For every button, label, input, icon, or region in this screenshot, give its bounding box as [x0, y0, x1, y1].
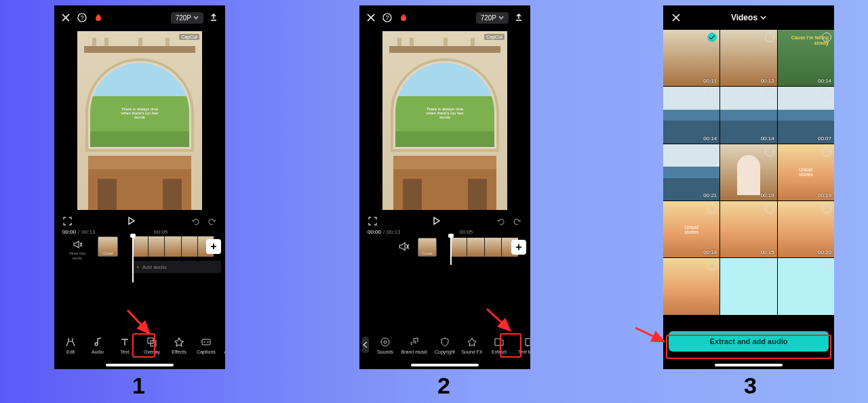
- help-icon[interactable]: ?: [381, 12, 393, 24]
- video-thumbnail[interactable]: [720, 258, 776, 314]
- svg-point-8: [381, 338, 389, 346]
- preview-caption: There is always timewhen there's too few…: [106, 107, 174, 119]
- transport-bar: [54, 213, 225, 229]
- home-indicator: [106, 364, 174, 366]
- resolution-label: 720P: [176, 14, 191, 22]
- flame-icon[interactable]: [92, 12, 104, 24]
- video-thumbnail[interactable]: 00:11: [663, 30, 719, 86]
- fullscreen-icon[interactable]: [366, 215, 378, 227]
- tool-extract[interactable]: Extract: [486, 336, 513, 354]
- step-label-3: 3: [744, 373, 757, 399]
- screen-2: ? 720P There is always timewhen there's …: [359, 5, 530, 369]
- video-thumbnail[interactable]: 00:13: [720, 30, 776, 86]
- tool-text-to-audio[interactable]: Text to aud: [513, 336, 530, 354]
- svg-rect-10: [526, 339, 530, 345]
- duration-label: 00:21: [703, 192, 717, 198]
- redo-icon[interactable]: [206, 215, 218, 227]
- flame-icon[interactable]: [397, 12, 410, 24]
- select-indicator-icon[interactable]: [822, 204, 831, 213]
- picker-header: Videos: [663, 5, 834, 30]
- export-icon[interactable]: [513, 12, 525, 24]
- back-button[interactable]: [362, 337, 369, 353]
- close-icon[interactable]: [670, 12, 682, 24]
- video-thumbnail[interactable]: Cause I'm falling slowly00:14: [778, 30, 834, 86]
- duration-label: 00:13: [761, 78, 774, 84]
- video-thumbnail[interactable]: 00:21: [663, 144, 719, 200]
- tool-captions[interactable]: Captions: [193, 336, 220, 354]
- select-indicator-icon[interactable]: [765, 261, 774, 270]
- home-indicator: [411, 364, 479, 366]
- add-clip-button[interactable]: +: [206, 239, 221, 254]
- mute-clip-audio-button[interactable]: [397, 240, 410, 253]
- cover-thumb[interactable]: Cover: [98, 236, 118, 257]
- resolution-selector[interactable]: 720P: [476, 12, 509, 24]
- tool-text[interactable]: Text: [111, 336, 138, 354]
- video-thumbnail[interactable]: 00:14: [663, 87, 719, 143]
- cover-thumb[interactable]: Cover: [418, 238, 437, 257]
- tool-sounds[interactable]: Sounds: [373, 336, 397, 354]
- select-indicator-icon[interactable]: [765, 147, 774, 156]
- tool-effects[interactable]: Effects: [165, 336, 193, 354]
- close-icon[interactable]: [365, 12, 377, 24]
- video-preview: There is always timewhen there's too few…: [77, 31, 202, 210]
- current-time: 00:00: [62, 229, 76, 235]
- home-indicator: [715, 364, 783, 366]
- video-thumbnail[interactable]: [663, 258, 719, 314]
- time-readout: 00:00 / 00:13 00:05: [54, 229, 225, 235]
- select-indicator-icon[interactable]: [822, 147, 831, 156]
- tool-copyright[interactable]: Copyright: [431, 336, 458, 354]
- play-icon[interactable]: [430, 215, 442, 227]
- tool-sound-fx[interactable]: Sound FX: [458, 336, 486, 354]
- play-icon[interactable]: [125, 215, 137, 227]
- close-icon[interactable]: [60, 12, 72, 24]
- duration-label: 00:07: [818, 135, 831, 142]
- resolution-selector[interactable]: 720P: [171, 12, 203, 24]
- tool-overlay[interactable]: Overlay: [138, 336, 165, 354]
- video-thumbnail[interactable]: 00:14: [720, 87, 776, 143]
- help-icon[interactable]: ?: [76, 12, 88, 24]
- video-thumbnail[interactable]: 00:19: [720, 144, 776, 200]
- screen-1: ? 720P There is always timewhen there's …: [54, 5, 225, 369]
- video-thumbnail[interactable]: 00:15: [720, 201, 776, 257]
- extract-add-audio-button[interactable]: Extract and add audio: [669, 331, 829, 352]
- select-indicator-icon[interactable]: [765, 204, 774, 213]
- playhead[interactable]: [450, 235, 452, 265]
- video-gallery[interactable]: 00:1100:13Cause I'm falling slowly00:140…: [663, 30, 834, 315]
- playhead[interactable]: [132, 235, 134, 282]
- editor-topbar: ? 720P: [359, 5, 530, 30]
- total-time: 00:13: [81, 229, 95, 235]
- add-audio-track[interactable]: +Add audio: [132, 261, 221, 273]
- select-indicator-icon[interactable]: [822, 33, 831, 42]
- video-clip[interactable]: [132, 236, 214, 257]
- video-thumbnail[interactable]: Untold stories00:14: [663, 201, 719, 257]
- add-clip-button[interactable]: +: [511, 240, 526, 255]
- main-toolbar: Edit Audio Text Overlay Effects Captions…: [54, 330, 225, 360]
- timeline[interactable]: Mute clipaudio Cover + +Add audio: [54, 235, 225, 282]
- picker-title-selector[interactable]: Videos: [731, 13, 766, 22]
- export-icon[interactable]: [208, 12, 220, 24]
- tool-audio[interactable]: Audio: [84, 336, 111, 354]
- select-indicator-icon[interactable]: [707, 147, 717, 156]
- timeline[interactable]: Cover +: [359, 235, 530, 265]
- tool-edit[interactable]: Edit: [57, 336, 84, 354]
- select-indicator-icon[interactable]: [765, 33, 774, 42]
- undo-icon[interactable]: [189, 215, 201, 227]
- video-thumbnail[interactable]: 00:07: [778, 87, 834, 143]
- video-thumbnail[interactable]: 00:20: [778, 201, 834, 257]
- video-thumbnail[interactable]: [778, 258, 834, 314]
- ruler-time: 00:05: [154, 229, 167, 235]
- duration-label: 00:14: [818, 78, 831, 84]
- select-indicator-icon[interactable]: [765, 89, 774, 99]
- duration-label: 00:20: [818, 249, 831, 255]
- duration-label: 00:11: [703, 78, 717, 84]
- svg-text:?: ?: [385, 14, 389, 21]
- video-thumbnail[interactable]: Untold stories00:19: [778, 144, 834, 200]
- redo-icon[interactable]: [511, 215, 524, 227]
- tool-brand-music[interactable]: Brand music: [397, 336, 431, 354]
- fullscreen-icon[interactable]: [61, 215, 73, 227]
- undo-icon[interactable]: [494, 215, 506, 227]
- mute-clip-audio-button[interactable]: Mute clipaudio: [61, 239, 94, 260]
- tool-aspect-ratio[interactable]: Aspect ratio: [220, 336, 225, 354]
- video-clip[interactable]: [450, 238, 518, 257]
- duration-label: 00:14: [761, 135, 774, 142]
